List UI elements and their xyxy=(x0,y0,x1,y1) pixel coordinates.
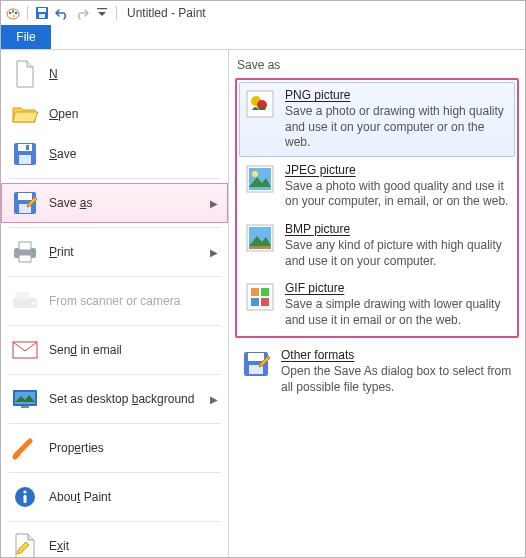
file-menu-left: N Open Save Save as ▶ xyxy=(1,50,229,557)
window-title: Untitled - Paint xyxy=(127,6,206,20)
email-icon xyxy=(11,336,39,364)
svg-rect-18 xyxy=(19,255,31,262)
qat-redo-icon[interactable] xyxy=(74,5,90,21)
svg-rect-12 xyxy=(26,145,29,150)
saveas-other-desc: Open the Save As dialog box to select fr… xyxy=(281,364,515,395)
saveas-gif-desc: Save a simple drawing with lower quality… xyxy=(285,297,511,328)
menu-properties-label: Properties xyxy=(49,441,218,455)
save-icon xyxy=(11,140,39,168)
saveas-bmp-desc: Save any kind of picture with high quali… xyxy=(285,238,511,269)
menu-email-label: Send in email xyxy=(49,343,218,357)
file-menu-right: Save as PNG picture Save a photo or draw… xyxy=(229,50,525,557)
svg-rect-17 xyxy=(19,242,31,250)
saveas-other-title: Other formats xyxy=(281,348,515,362)
saveas-png-desc: Save a photo or drawing with high qualit… xyxy=(285,104,511,151)
svg-rect-6 xyxy=(38,8,46,12)
saveas-jpeg-desc: Save a photo with good quality and use i… xyxy=(285,179,511,210)
about-icon xyxy=(11,483,39,511)
menu-desktop-bg-label: Set as desktop background xyxy=(49,392,200,406)
separator xyxy=(27,6,28,20)
save-as-icon xyxy=(11,189,39,217)
separator xyxy=(9,276,220,277)
scanner-icon xyxy=(11,287,39,315)
svg-point-22 xyxy=(32,301,37,306)
desktop-bg-icon xyxy=(11,385,39,413)
other-formats-icon xyxy=(239,348,273,382)
file-tab-label: File xyxy=(16,30,35,44)
svg-point-1 xyxy=(9,12,11,14)
svg-rect-26 xyxy=(21,406,29,408)
qat-undo-icon[interactable] xyxy=(54,5,70,21)
open-folder-icon xyxy=(11,100,39,128)
separator xyxy=(9,374,220,375)
separator xyxy=(9,521,220,522)
saveas-jpeg[interactable]: JPEG picture Save a photo with good qual… xyxy=(239,157,515,216)
svg-rect-11 xyxy=(19,155,31,164)
submenu-arrow-icon: ▶ xyxy=(210,198,218,209)
menu-new[interactable]: N xyxy=(1,54,228,94)
menu-exit-label: Exit xyxy=(49,539,218,553)
svg-rect-14 xyxy=(18,193,32,200)
gif-icon xyxy=(243,281,277,315)
menu-save-as-label: Save as xyxy=(49,196,200,210)
print-icon xyxy=(11,238,39,266)
qat-save-icon[interactable] xyxy=(34,5,50,21)
saveas-bmp[interactable]: BMP picture Save any kind of picture wit… xyxy=(239,216,515,275)
new-file-icon xyxy=(11,60,39,88)
separator xyxy=(9,227,220,228)
qat-customize-icon[interactable] xyxy=(94,5,110,21)
svg-rect-10 xyxy=(18,144,32,151)
file-menu-pane: N Open Save Save as ▶ xyxy=(1,49,525,557)
menu-desktop-bg[interactable]: Set as desktop background ▶ xyxy=(1,379,228,419)
menu-print-label: Print xyxy=(49,245,200,259)
svg-rect-42 xyxy=(261,288,269,296)
svg-rect-43 xyxy=(251,298,259,306)
png-icon xyxy=(243,88,277,122)
svg-point-3 xyxy=(15,12,17,14)
separator xyxy=(116,6,117,20)
svg-point-28 xyxy=(23,490,26,493)
jpeg-icon xyxy=(243,163,277,197)
submenu-arrow-icon: ▶ xyxy=(210,247,218,258)
svg-rect-38 xyxy=(249,246,271,249)
saveas-gif[interactable]: GIF picture Save a simple drawing with l… xyxy=(239,275,515,334)
exit-icon xyxy=(11,532,39,558)
separator xyxy=(9,472,220,473)
saveas-bmp-title: BMP picture xyxy=(285,222,511,236)
right-header: Save as xyxy=(235,54,519,78)
menu-exit[interactable]: Exit xyxy=(1,526,228,558)
menu-save-label: Save xyxy=(49,147,218,161)
menu-properties[interactable]: Properties xyxy=(1,428,228,468)
paint-app-icon xyxy=(5,5,21,21)
menu-open[interactable]: Open xyxy=(1,94,228,134)
saveas-highlight-group: PNG picture Save a photo or drawing with… xyxy=(235,78,519,338)
file-tab[interactable]: File xyxy=(1,25,51,49)
svg-point-35 xyxy=(252,171,258,177)
svg-rect-7 xyxy=(39,14,45,18)
saveas-jpeg-title: JPEG picture xyxy=(285,163,511,177)
svg-rect-21 xyxy=(16,293,28,300)
separator xyxy=(9,178,220,179)
svg-point-19 xyxy=(32,250,34,252)
menu-email[interactable]: Send in email xyxy=(1,330,228,370)
separator xyxy=(9,423,220,424)
menu-save[interactable]: Save xyxy=(1,134,228,174)
menu-about-label: About Paint xyxy=(49,490,218,504)
saveas-png[interactable]: PNG picture Save a photo or drawing with… xyxy=(239,82,515,157)
menu-scanner: From scanner or camera xyxy=(1,281,228,321)
menu-scanner-label: From scanner or camera xyxy=(49,294,218,308)
bmp-icon xyxy=(243,222,277,256)
separator xyxy=(9,325,220,326)
svg-rect-25 xyxy=(15,392,35,404)
svg-rect-41 xyxy=(251,288,259,296)
svg-point-4 xyxy=(13,15,15,17)
menu-print[interactable]: Print ▶ xyxy=(1,232,228,272)
saveas-gif-title: GIF picture xyxy=(285,281,511,295)
menu-save-as[interactable]: Save as ▶ xyxy=(1,183,228,223)
properties-icon xyxy=(11,434,39,462)
submenu-arrow-icon: ▶ xyxy=(210,394,218,405)
menu-about[interactable]: About Paint xyxy=(1,477,228,517)
svg-rect-46 xyxy=(248,353,264,361)
menu-new-label: N xyxy=(49,67,218,81)
saveas-other[interactable]: Other formats Open the Save As dialog bo… xyxy=(235,342,519,401)
